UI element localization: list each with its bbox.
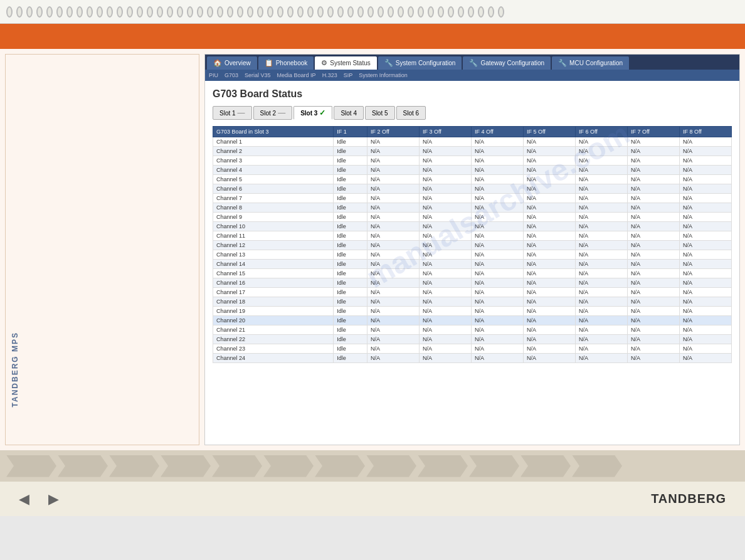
table-row: Channel 1IdleN/AN/AN/AN/AN/AN/AN/A (213, 137, 732, 147)
table-cell: N/A (627, 175, 679, 184)
table-cell: N/A (679, 316, 731, 325)
next-button[interactable]: ▶ (48, 491, 59, 507)
table-cell: N/A (471, 222, 523, 231)
nav-tab-overview[interactable]: 🏠Overview (207, 56, 257, 70)
table-cell: Idle (334, 213, 367, 222)
table-cell: Idle (334, 250, 367, 260)
nav-tab-mcu_config[interactable]: 🔧MCU Configuration (552, 56, 629, 70)
table-row: Channel 3IdleN/AN/AN/AN/AN/AN/AN/A (213, 156, 732, 166)
table-cell: N/A (627, 184, 679, 194)
table-cell: N/A (367, 156, 420, 166)
table-cell: N/A (420, 241, 472, 250)
table-cell: N/A (575, 184, 627, 194)
table-cell: N/A (679, 184, 731, 194)
table-cell: N/A (523, 137, 575, 147)
table-cell: Idle (334, 354, 367, 363)
table-cell: N/A (523, 288, 575, 297)
table-cell: N/A (575, 316, 627, 325)
table-cell: N/A (471, 260, 523, 269)
table-cell: N/A (420, 156, 472, 166)
slot-tab-slot1[interactable]: Slot 1— (213, 106, 252, 120)
table-cell: N/A (523, 241, 575, 250)
table-cell: N/A (627, 137, 679, 147)
dash-icon: — (238, 108, 245, 117)
table-cell: N/A (523, 325, 575, 335)
table-cell: Channel 19 (213, 307, 334, 316)
spiral-ring (257, 6, 263, 18)
table-row: Channel 23IdleN/AN/AN/AN/AN/AN/AN/A (213, 344, 732, 354)
table-row: Channel 15IdleN/AN/AN/AN/AN/AN/AN/A (213, 269, 732, 278)
sub-nav-piu[interactable]: PIU (209, 71, 218, 80)
table-header: IF 5 Off (523, 127, 575, 137)
table-cell: N/A (367, 260, 420, 269)
chevron-shape (109, 455, 159, 477)
table-cell: Channel 1 (213, 137, 334, 147)
table-cell: N/A (523, 260, 575, 269)
spiral-ring (66, 6, 73, 18)
slot-tabs: Slot 1—Slot 2—Slot 3✓Slot 4Slot 5Slot 6 (213, 106, 732, 120)
sub-nav-g703[interactable]: G703 (225, 71, 238, 80)
chevron-shape (366, 455, 416, 477)
chevron-shape (520, 455, 571, 477)
table-cell: N/A (367, 147, 420, 156)
table-cell: N/A (575, 222, 627, 231)
spiral-ring (277, 6, 283, 18)
slot-tab-label-slot3: Slot 3 (300, 110, 317, 117)
system_status-icon: ⚙ (321, 59, 327, 67)
table-cell: N/A (523, 278, 575, 288)
table-cell: N/A (471, 203, 523, 213)
table-cell: N/A (471, 213, 523, 222)
slot-tab-slot2[interactable]: Slot 2— (253, 106, 293, 120)
table-row: Channel 16IdleN/AN/AN/AN/AN/AN/AN/A (213, 278, 732, 288)
table-cell: N/A (575, 269, 627, 278)
table-cell: N/A (575, 335, 627, 344)
sub-nav-media_board_ip[interactable]: Media Board IP (277, 71, 316, 80)
sub-nav-sip[interactable]: SIP (344, 71, 353, 80)
prev-button[interactable]: ◀ (19, 491, 29, 507)
nav-tab-system_status[interactable]: ⚙System Status (315, 56, 376, 70)
table-row: Channel 7IdleN/AN/AN/AN/AN/AN/AN/A (213, 194, 732, 203)
chevron-shape (6, 455, 56, 477)
nav-tab-phonebook[interactable]: 📋Phonebook (258, 56, 314, 70)
main-area: TANDBERG MPS 🏠Overview📋Phonebook⚙System … (0, 49, 745, 450)
table-cell: Idle (334, 278, 367, 288)
nav-tab-system_config[interactable]: 🔧System Configuration (378, 56, 462, 70)
sub-nav-h323[interactable]: H.323 (322, 71, 337, 80)
table-cell: Idle (334, 260, 367, 269)
table-cell: N/A (420, 316, 472, 325)
slot-tab-slot6[interactable]: Slot 6 (396, 106, 426, 120)
spiral-ring (36, 6, 43, 18)
table-cell: N/A (471, 175, 523, 184)
table-cell: N/A (471, 269, 523, 278)
table-cell: N/A (420, 307, 472, 316)
spiral-ring (307, 6, 314, 18)
spiral-ring (237, 6, 243, 18)
spiral-ring (147, 6, 153, 18)
spiral-ring (297, 6, 304, 18)
table-cell: N/A (420, 260, 472, 269)
sub-nav-serial_v35[interactable]: Serial V35 (245, 71, 271, 80)
slot-tab-slot3[interactable]: Slot 3✓ (293, 106, 332, 120)
table-row: Channel 21IdleN/AN/AN/AN/AN/AN/AN/A (213, 325, 732, 335)
slot-tab-slot4[interactable]: Slot 4 (334, 106, 364, 120)
table-cell: N/A (367, 344, 420, 354)
table-cell: N/A (471, 250, 523, 260)
table-cell: N/A (627, 344, 679, 354)
table-row: Channel 10IdleN/AN/AN/AN/AN/AN/AN/A (213, 222, 732, 231)
table-cell: Channel 13 (213, 250, 334, 260)
table-cell: N/A (679, 354, 731, 363)
sub-nav-system_info[interactable]: System Information (359, 71, 408, 80)
table-cell: N/A (367, 297, 420, 307)
spiral-ring (107, 6, 113, 18)
slot-tab-slot5[interactable]: Slot 5 (365, 106, 395, 120)
table-cell: N/A (471, 325, 523, 335)
table-cell: N/A (471, 354, 523, 363)
chevron-shape (58, 455, 108, 477)
table-cell: Idle (334, 156, 367, 166)
table-cell: N/A (523, 213, 575, 222)
slot-tab-label-slot2: Slot 2 (260, 110, 277, 117)
chevron-shape (469, 455, 519, 477)
nav-tab-gateway_config[interactable]: 🔧Gateway Configuration (463, 56, 551, 70)
table-cell: Idle (334, 269, 367, 278)
table-cell: N/A (679, 156, 731, 166)
